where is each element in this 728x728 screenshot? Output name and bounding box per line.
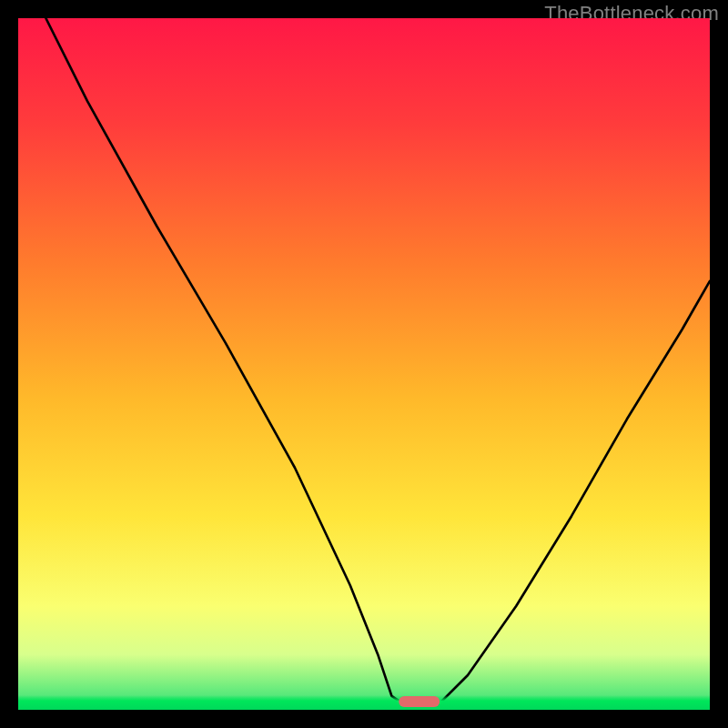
chart-frame: TheBottleneck.com — [0, 0, 728, 728]
bottleneck-curve — [18, 18, 710, 710]
plot-area — [18, 18, 710, 710]
optimal-marker — [399, 696, 440, 707]
